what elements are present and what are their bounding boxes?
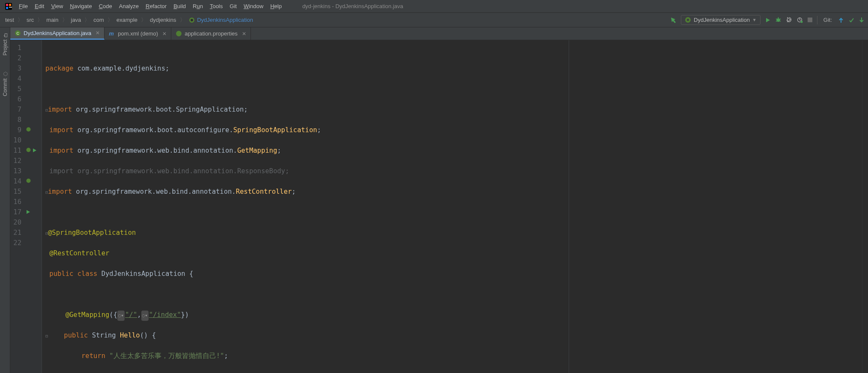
main-area: Project 🗀 Commit ◌ C DydJenkinsApplicati… — [0, 27, 868, 373]
spring-boot-icon — [685, 17, 691, 23]
editor-tab[interactable]: m pom.xml (demo) ✕ — [104, 27, 171, 40]
svg-rect-2 — [9, 4, 11, 6]
menu-view[interactable]: View — [48, 1, 66, 11]
chevron-down-icon: ▼ — [752, 18, 757, 22]
chevron-right-icon: 〉 — [37, 16, 43, 24]
debug-button[interactable] — [775, 17, 781, 23]
folder-icon: 🗀 — [2, 33, 8, 38]
tab-label: DydJenkinsApplication.java — [24, 30, 91, 36]
editor-tab[interactable]: application.properties ✕ — [171, 27, 251, 40]
editor-scrollbar[interactable] — [862, 40, 868, 373]
url-inlay-icon[interactable]: ◌▾ — [141, 311, 149, 321]
svg-text:C: C — [16, 31, 19, 35]
spring-java-icon: C — [15, 30, 21, 36]
gutter — [25, 40, 42, 373]
spring-bean-icon[interactable] — [26, 125, 31, 135]
commit-icon: ◌ — [2, 71, 8, 77]
run-gutter-icon[interactable] — [32, 145, 37, 156]
menu-tools[interactable]: Tools — [206, 1, 226, 11]
fold-icon[interactable]: ⊟ — [45, 334, 48, 338]
close-icon[interactable]: ✕ — [95, 30, 100, 36]
svg-line-11 — [776, 19, 777, 19]
right-margin-guide — [569, 40, 569, 373]
intellij-logo-icon — [5, 3, 12, 10]
breadcrumb-item[interactable]: com — [92, 16, 106, 24]
svg-rect-17 — [808, 18, 812, 22]
breadcrumb-item[interactable]: main — [45, 16, 60, 24]
url-inlay-icon[interactable]: ◌▾ — [117, 311, 125, 321]
profile-button[interactable] — [796, 17, 803, 23]
svg-point-20 — [176, 31, 182, 36]
svg-point-6 — [191, 19, 193, 21]
editor-tabs: C DydJenkinsApplication.java ✕ m pom.xml… — [10, 27, 868, 40]
svg-rect-3 — [6, 7, 8, 9]
tab-label: pom.xml (demo) — [118, 30, 158, 37]
left-tool-stripe: Project 🗀 Commit ◌ — [0, 27, 10, 373]
svg-line-14 — [780, 21, 781, 21]
spring-props-icon — [176, 30, 182, 37]
svg-point-22 — [27, 148, 31, 152]
svg-point-23 — [27, 179, 31, 183]
run-coverage-button[interactable] — [786, 17, 792, 23]
tool-tab-commit[interactable]: Commit ◌ — [1, 68, 9, 100]
chevron-right-icon: 〉 — [62, 16, 68, 24]
editor-pane: C DydJenkinsApplication.java ✕ m pom.xml… — [10, 27, 868, 373]
breadcrumb-item[interactable]: example — [115, 16, 139, 24]
chevron-right-icon: 〉 — [18, 16, 23, 24]
svg-point-9 — [776, 18, 780, 22]
git-label: Git: — [823, 17, 832, 23]
menu-navigate[interactable]: Navigate — [66, 1, 95, 11]
breadcrumb-item[interactable]: java — [69, 16, 83, 24]
window-title: dyd-jenkins - DydJenkinsApplication.java — [302, 3, 403, 9]
breadcrumb-item[interactable]: test — [3, 16, 16, 24]
menu-file[interactable]: File — [15, 1, 31, 11]
svg-point-16 — [800, 21, 802, 23]
spring-bean-icon[interactable] — [26, 176, 31, 186]
line-numbers: 1234567891011121314151617202122 — [10, 40, 25, 373]
git-update-button[interactable] — [838, 17, 844, 23]
code-content[interactable]: package com.example.dydjenkins; ⊟import … — [42, 40, 862, 373]
svg-rect-1 — [6, 4, 8, 6]
menu-analyze[interactable]: Analyze — [116, 1, 142, 11]
maven-icon: m — [109, 30, 115, 37]
menubar: File Edit View Navigate Code Analyze Ref… — [0, 0, 868, 13]
svg-line-13 — [776, 21, 777, 21]
git-push-button[interactable] — [859, 17, 865, 23]
tab-label: application.properties — [185, 30, 238, 37]
menu-refactor[interactable]: Refactor — [142, 1, 170, 11]
chevron-right-icon: 〉 — [84, 16, 90, 24]
menu-help[interactable]: Help — [267, 1, 285, 11]
breadcrumb-item[interactable]: dydjenkins — [148, 16, 178, 24]
menu-run[interactable]: Run — [189, 1, 206, 11]
menu-edit[interactable]: Edit — [31, 1, 48, 11]
svg-rect-4 — [9, 7, 12, 8]
chevron-right-icon: 〉 — [107, 16, 113, 24]
navigation-toolbar: test〉 src〉 main〉 java〉 com〉 example〉 dyd… — [0, 13, 868, 27]
git-commit-button[interactable] — [848, 17, 854, 23]
run-config-label: DydJenkinsApplication — [694, 17, 750, 23]
tool-tab-project[interactable]: Project 🗀 — [1, 29, 9, 59]
chevron-right-icon: 〉 — [180, 16, 185, 24]
spring-class-icon — [189, 17, 195, 23]
editor-body: 1234567891011121314151617202122 package … — [10, 40, 868, 373]
svg-point-21 — [27, 127, 31, 132]
toolbar-right: DydJenkinsApplication ▼ Git: — [670, 15, 865, 25]
editor-tab[interactable]: C DydJenkinsApplication.java ✕ — [10, 27, 104, 40]
run-button[interactable] — [765, 17, 771, 23]
svg-line-12 — [780, 19, 781, 19]
breadcrumb: test〉 src〉 main〉 java〉 com〉 example〉 dyd… — [3, 16, 670, 24]
close-icon[interactable]: ✕ — [242, 31, 246, 37]
svg-point-8 — [687, 19, 689, 21]
run-config-selector[interactable]: DydJenkinsApplication ▼ — [681, 15, 761, 25]
stop-button[interactable] — [807, 17, 813, 23]
spring-bean-icon[interactable] — [26, 145, 31, 156]
breadcrumb-item[interactable]: src — [25, 16, 36, 24]
menu-code[interactable]: Code — [95, 1, 116, 11]
breadcrumb-item-current[interactable]: DydJenkinsApplication — [187, 16, 255, 24]
build-button[interactable] — [670, 17, 677, 24]
menu-window[interactable]: Window — [240, 1, 267, 11]
menu-git[interactable]: Git — [226, 1, 240, 11]
run-gutter-icon[interactable] — [26, 207, 30, 217]
menu-build[interactable]: Build — [170, 1, 189, 11]
close-icon[interactable]: ✕ — [162, 31, 167, 37]
